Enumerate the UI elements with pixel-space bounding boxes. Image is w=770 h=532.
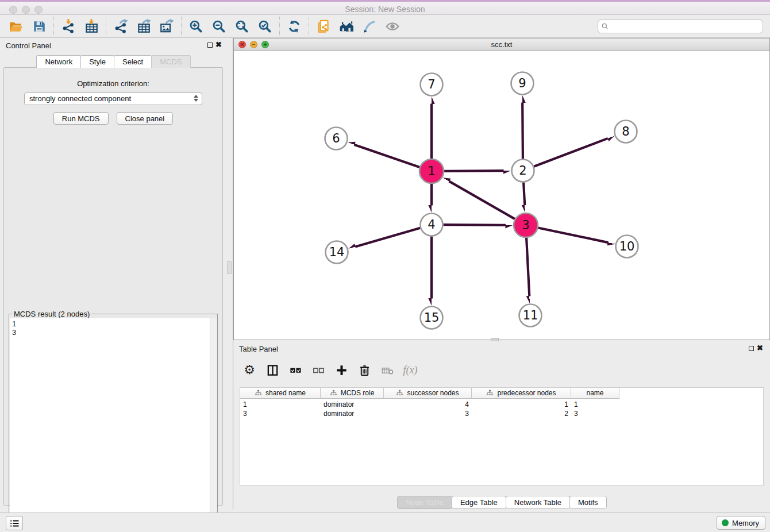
column-header-MCDS-role[interactable]: MCDS role [321,388,384,399]
column-header-predecessor-nodes[interactable]: predecessor nodes [472,388,571,399]
export-network-icon[interactable] [109,17,132,36]
graph-node-4[interactable]: 4 [421,214,443,236]
open-file-icon[interactable] [5,17,28,36]
node-label: 9 [518,76,526,90]
network-file-icon[interactable] [312,17,335,36]
node-label: 2 [519,164,526,178]
column-header-name[interactable]: name [571,388,619,399]
table-cell[interactable]: 2 [472,409,571,418]
table-cell[interactable]: 3 [571,409,619,418]
delete-column-icon[interactable] [354,360,375,380]
toggle-column-icon[interactable] [262,360,283,380]
tab-mcds[interactable]: MCDS [151,55,190,68]
graph-edge-3-11[interactable] [526,238,529,296]
search-input[interactable] [598,20,763,33]
graph-node-7[interactable]: 7 [421,74,443,96]
column-header-successor-nodes[interactable]: successor nodes [384,388,472,399]
table-cell[interactable]: 4 [384,400,472,409]
node-label: 7 [428,78,435,91]
close-panel-icon[interactable]: ✖ [215,40,222,49]
close-panel-button[interactable]: Close panel [117,112,174,125]
table-float-panel-icon[interactable] [749,346,754,351]
node-label: 10 [619,240,635,253]
node-label: 1 [428,164,435,178]
export-table-icon[interactable] [132,17,155,36]
list-icon [9,518,20,529]
graph-node-10[interactable]: 10 [616,236,638,258]
zoom-fit-icon[interactable] [230,17,253,36]
graph-edge-1-2[interactable] [444,171,504,171]
table-cell[interactable]: dominator [321,400,384,409]
tab-style[interactable]: Style [80,55,114,68]
tab-network-table[interactable]: Network Table [506,496,570,509]
graph-node-3[interactable]: 3 [514,213,538,237]
memory-label: Memory [732,519,759,527]
vertical-splitter[interactable] [226,38,233,509]
table-cell[interactable]: 1 [240,400,321,409]
import-network-icon[interactable] [57,17,80,36]
zoom-out-icon[interactable] [207,17,230,36]
graph-node-1[interactable]: 1 [419,159,444,183]
toolbar-items [5,17,404,36]
graph-node-14[interactable]: 14 [326,241,348,264]
toolbar-separator [309,17,309,36]
table-cell[interactable]: 3 [384,409,472,418]
criterion-select[interactable]: strongly connected component [24,92,202,105]
graph-edge-2-8[interactable] [534,138,607,167]
graph-node-2[interactable]: 2 [512,160,534,182]
mcds-result-group: MCDS result (2 nodes) 1 3 [9,314,218,530]
unselect-all-icon[interactable] [308,360,329,380]
table-header-row: shared nameMCDS rolesuccessor nodesprede… [240,388,619,399]
table-cell[interactable]: dominator [321,409,384,418]
home-icon[interactable] [335,17,358,36]
table-close-panel-icon[interactable]: ✖ [757,344,763,352]
table-cell[interactable]: 3 [240,409,321,418]
search-icon [601,22,609,30]
run-mcds-button[interactable]: Run MCDS [53,112,109,125]
select-all-icon[interactable] [285,360,306,380]
graph-node-8[interactable]: 8 [615,121,637,143]
graph-edge-1-6[interactable] [355,145,420,167]
table-settings-gear-icon[interactable]: ⚙ [239,360,260,380]
apply-style-icon[interactable] [358,17,381,36]
node-label: 11 [523,309,538,322]
zoom-selected-icon[interactable] [253,17,276,36]
tab-select[interactable]: Select [114,55,152,68]
graph-edge-4-3[interactable] [444,225,506,225]
graph-node-15[interactable]: 15 [421,307,443,329]
import-table-icon[interactable] [80,17,103,36]
zoom-in-icon[interactable] [184,17,207,36]
table-panel-title: Table Panel [239,345,278,353]
result-scrollbar[interactable] [210,318,217,529]
graph-edge-4-14[interactable] [355,228,420,247]
tab-network[interactable]: Network [36,55,81,68]
export-image-icon[interactable] [155,17,178,36]
refresh-icon[interactable] [283,17,306,36]
tab-motifs[interactable]: Motifs [569,496,607,509]
memory-status-icon [722,519,729,526]
table-cell[interactable]: 1 [472,400,571,409]
graph-node-9[interactable]: 9 [511,72,534,95]
mcds-result-text[interactable]: 1 3 [10,318,210,529]
graph-edge-2-9[interactable] [522,103,523,159]
graph-node-6[interactable]: 6 [325,128,348,150]
save-session-icon[interactable] [28,17,51,36]
network-canvas[interactable]: 7968124314101511 [234,51,769,340]
table-cell[interactable]: 1 [571,400,619,409]
graph-node-11[interactable]: 11 [519,304,542,327]
graph-edge-3-1[interactable] [449,181,515,219]
memory-button[interactable]: Memory [717,516,765,530]
add-column-icon[interactable] [331,360,352,380]
tab-node-table[interactable]: Node Table [397,496,452,509]
task-history-button[interactable] [6,516,23,530]
node-label: 8 [622,125,629,138]
delete-table-icon [377,360,398,380]
graph-edge-3-10[interactable] [538,228,609,243]
tab-edge-table[interactable]: Edge Table [452,496,506,509]
column-header-shared-name[interactable]: shared name [240,388,321,399]
vertical-splitter-handle[interactable] [227,261,232,274]
graph-edge-2-3[interactable] [523,183,525,206]
float-panel-icon[interactable] [207,43,213,48]
table-panel-header: Table Panel ✖ [233,341,770,356]
criterion-value: strongly connected component [29,94,131,103]
